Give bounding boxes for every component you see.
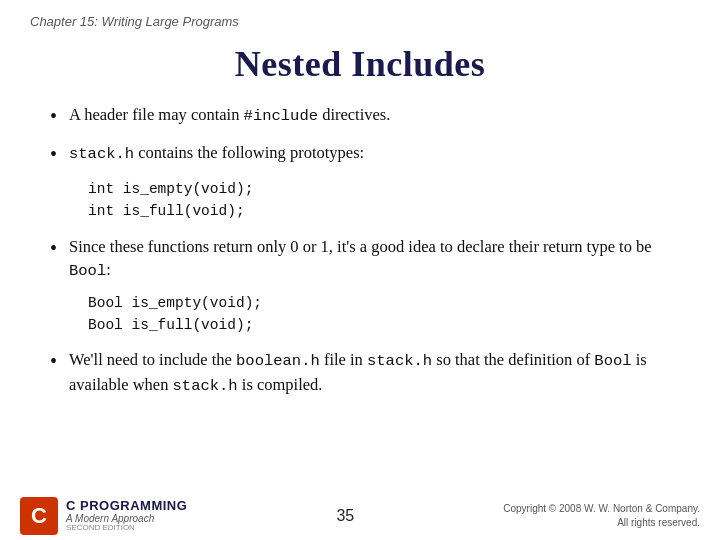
bullet-dot-1: • <box>50 102 57 131</box>
code-line-2-1: Bool is_empty(void); <box>88 293 670 315</box>
code-block-1: int is_empty(void); int is_full(void); <box>88 179 670 223</box>
bullet-dot-3: • <box>50 234 57 263</box>
bullet-3: • Since these functions return only 0 or… <box>50 235 670 283</box>
chapter-header: Chapter 15: Writing Large Programs <box>0 0 720 35</box>
footer: C C PROGRAMMING A Modern Approach SECOND… <box>0 492 720 540</box>
bullet-text-2: stack.h contains the following prototype… <box>69 141 670 165</box>
bullet-text-3: Since these functions return only 0 or 1… <box>69 235 670 283</box>
copyright-line-1: Copyright © 2008 W. W. Norton & Company. <box>503 503 700 514</box>
code-line-1-1: int is_empty(void); <box>88 179 670 201</box>
page-number: 35 <box>336 507 354 525</box>
inline-code-booleanh: boolean.h <box>236 352 320 370</box>
code-block-2: Bool is_empty(void); Bool is_full(void); <box>88 293 670 337</box>
bullet-1: • A header file may contain #include dir… <box>50 103 670 131</box>
inline-code-bool: Bool <box>69 262 106 280</box>
slide-title: Nested Includes <box>0 35 720 103</box>
code-line-1-2: int is_full(void); <box>88 201 670 223</box>
inline-code-bool-2: Bool <box>594 352 631 370</box>
inline-code-stackh-2: stack.h <box>367 352 432 370</box>
footer-copyright: Copyright © 2008 W. W. Norton & Company.… <box>503 502 700 530</box>
bullet-2: • stack.h contains the following prototy… <box>50 141 670 169</box>
inline-code-stackh: stack.h <box>69 145 134 163</box>
bullet-dot-4: • <box>50 347 57 376</box>
bullet-dot-2: • <box>50 140 57 169</box>
logo-main-text: C PROGRAMMING <box>66 499 187 513</box>
bullet-text-1: A header file may contain #include direc… <box>69 103 670 127</box>
logo-c-letter: C <box>20 497 58 535</box>
copyright-line-2: All rights reserved. <box>617 517 700 528</box>
bullet-4: • We'll need to include the boolean.h fi… <box>50 348 670 397</box>
inline-code-stackh-3: stack.h <box>173 377 238 395</box>
slide: Chapter 15: Writing Large Programs Neste… <box>0 0 720 540</box>
code-line-2-2: Bool is_full(void); <box>88 315 670 337</box>
logo-edition-text: SECOND EDITION <box>66 524 187 533</box>
bullet-text-4: We'll need to include the boolean.h file… <box>69 348 670 397</box>
logo-text-block: C PROGRAMMING A Modern Approach SECOND E… <box>66 499 187 533</box>
inline-code-include: #include <box>244 107 318 125</box>
footer-logo: C C PROGRAMMING A Modern Approach SECOND… <box>20 497 187 535</box>
content-area: • A header file may contain #include dir… <box>0 103 720 397</box>
